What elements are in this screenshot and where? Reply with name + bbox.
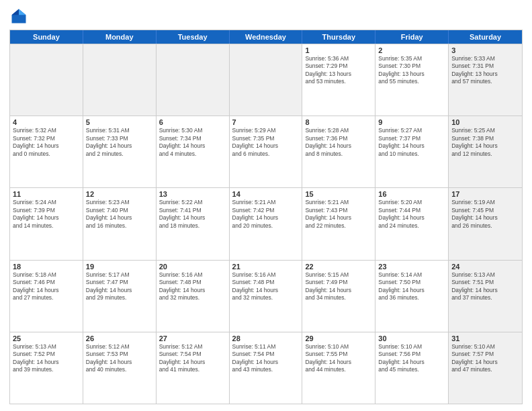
daylight-minutes-text: and 14 minutes. [13, 222, 80, 230]
daylight-minutes-text: and 45 minutes. [378, 366, 445, 373]
sunrise-text: Sunrise: 5:36 AM [305, 55, 372, 62]
sunrise-text: Sunrise: 5:35 AM [378, 55, 445, 62]
day-number: 12 [86, 190, 153, 198]
day-number: 11 [13, 190, 80, 198]
daylight-text: Daylight: 14 hours [305, 359, 372, 366]
day-number: 15 [305, 190, 372, 198]
daylight-minutes-text: and 32 minutes. [159, 294, 226, 302]
sunset-text: Sunset: 7:49 PM [305, 279, 372, 286]
calendar-cell: 23Sunrise: 5:14 AMSunset: 7:50 PMDayligh… [375, 261, 449, 332]
sunset-text: Sunset: 7:33 PM [86, 135, 153, 142]
sunset-text: Sunset: 7:54 PM [159, 351, 226, 358]
calendar-cell: 21Sunrise: 5:16 AMSunset: 7:48 PMDayligh… [230, 261, 303, 332]
sunrise-text: Sunrise: 5:24 AM [13, 199, 80, 206]
daylight-minutes-text: and 29 minutes. [86, 294, 153, 302]
calendar-cell: 5Sunrise: 5:31 AMSunset: 7:33 PMDaylight… [83, 116, 157, 187]
daylight-minutes-text: and 34 minutes. [305, 294, 372, 302]
daylight-text: Daylight: 14 hours [86, 214, 153, 222]
calendar-cell: 26Sunrise: 5:12 AMSunset: 7:53 PMDayligh… [83, 332, 157, 404]
logo [9, 7, 31, 26]
sunset-text: Sunset: 7:38 PM [451, 135, 519, 142]
daylight-minutes-text: and 24 minutes. [378, 222, 445, 230]
calendar-cell: 16Sunrise: 5:20 AMSunset: 7:44 PMDayligh… [375, 188, 449, 259]
daylight-minutes-text: and 12 minutes. [451, 150, 519, 158]
sunset-text: Sunset: 7:44 PM [378, 207, 445, 214]
sunset-text: Sunset: 7:41 PM [159, 207, 226, 214]
day-number: 20 [159, 263, 226, 271]
daylight-minutes-text: and 55 minutes. [378, 78, 445, 85]
day-number: 24 [451, 263, 519, 271]
day-number: 1 [305, 46, 372, 54]
sunset-text: Sunset: 7:57 PM [451, 351, 519, 358]
calendar-cell: 9Sunrise: 5:27 AMSunset: 7:37 PMDaylight… [375, 116, 449, 187]
sunset-text: Sunset: 7:29 PM [305, 62, 372, 70]
daylight-text: Daylight: 14 hours [13, 359, 80, 366]
day-number: 13 [159, 190, 226, 198]
day-number: 16 [378, 190, 445, 198]
daylight-minutes-text: and 41 minutes. [159, 366, 226, 373]
cal-header-day: Monday [83, 30, 157, 44]
sunrise-text: Sunrise: 5:27 AM [378, 127, 445, 134]
cal-header-day: Saturday [449, 30, 522, 44]
calendar-cell: 18Sunrise: 5:18 AMSunset: 7:46 PMDayligh… [10, 261, 83, 332]
sunset-text: Sunset: 7:39 PM [13, 207, 80, 214]
daylight-text: Daylight: 14 hours [159, 359, 226, 366]
sunset-text: Sunset: 7:56 PM [378, 351, 445, 358]
sunrise-text: Sunrise: 5:31 AM [86, 127, 153, 134]
sunset-text: Sunset: 7:31 PM [451, 62, 519, 70]
daylight-text: Daylight: 14 hours [305, 142, 372, 150]
sunrise-text: Sunrise: 5:32 AM [13, 127, 80, 134]
daylight-minutes-text: and 44 minutes. [305, 366, 372, 373]
day-number: 17 [451, 190, 519, 198]
sunset-text: Sunset: 7:45 PM [451, 207, 519, 214]
daylight-text: Daylight: 14 hours [86, 287, 153, 294]
daylight-minutes-text: and 20 minutes. [232, 222, 300, 230]
daylight-text: Daylight: 14 hours [451, 359, 519, 366]
sunrise-text: Sunrise: 5:18 AM [13, 271, 80, 279]
sunset-text: Sunset: 7:55 PM [305, 351, 372, 358]
sunrise-text: Sunrise: 5:13 AM [451, 271, 519, 279]
daylight-text: Daylight: 14 hours [13, 214, 80, 222]
sunset-text: Sunset: 7:32 PM [13, 135, 80, 142]
day-number: 27 [159, 334, 226, 342]
sunset-text: Sunset: 7:34 PM [159, 135, 226, 142]
calendar-cell: 2Sunrise: 5:35 AMSunset: 7:30 PMDaylight… [375, 44, 449, 116]
day-number: 19 [86, 263, 153, 271]
daylight-minutes-text: and 4 minutes. [159, 150, 226, 158]
daylight-minutes-text: and 32 minutes. [232, 294, 300, 302]
day-number: 14 [232, 190, 300, 198]
sunrise-text: Sunrise: 5:15 AM [305, 271, 372, 279]
day-number: 4 [13, 118, 80, 126]
day-number: 8 [305, 118, 372, 126]
calendar-cell: 25Sunrise: 5:13 AMSunset: 7:52 PMDayligh… [10, 332, 83, 404]
daylight-text: Daylight: 14 hours [232, 359, 300, 366]
sunset-text: Sunset: 7:52 PM [13, 351, 80, 358]
day-number: 7 [232, 118, 300, 126]
day-number: 28 [232, 334, 300, 342]
sunrise-text: Sunrise: 5:14 AM [378, 271, 445, 279]
sunrise-text: Sunrise: 5:12 AM [86, 343, 153, 351]
sunset-text: Sunset: 7:42 PM [232, 207, 300, 214]
sunrise-text: Sunrise: 5:33 AM [451, 55, 519, 62]
day-number: 3 [451, 46, 519, 54]
logo-icon [9, 7, 28, 26]
sunrise-text: Sunrise: 5:10 AM [305, 343, 372, 351]
calendar-cell [230, 44, 303, 116]
sunset-text: Sunset: 7:48 PM [232, 279, 300, 286]
daylight-text: Daylight: 14 hours [13, 142, 80, 150]
sunrise-text: Sunrise: 5:30 AM [159, 127, 226, 134]
daylight-text: Daylight: 14 hours [159, 214, 226, 222]
daylight-text: Daylight: 14 hours [86, 359, 153, 366]
calendar-cell: 14Sunrise: 5:21 AMSunset: 7:42 PMDayligh… [230, 188, 303, 259]
sunset-text: Sunset: 7:46 PM [13, 279, 80, 286]
day-number: 18 [13, 263, 80, 271]
daylight-text: Daylight: 13 hours [378, 71, 445, 78]
daylight-text: Daylight: 14 hours [451, 214, 519, 222]
daylight-text: Daylight: 14 hours [232, 214, 300, 222]
day-number: 6 [159, 118, 226, 126]
sunrise-text: Sunrise: 5:21 AM [232, 199, 300, 206]
sunrise-text: Sunrise: 5:22 AM [159, 199, 226, 206]
daylight-text: Daylight: 14 hours [232, 142, 300, 150]
sunrise-text: Sunrise: 5:12 AM [159, 343, 226, 351]
sunset-text: Sunset: 7:43 PM [305, 207, 372, 214]
